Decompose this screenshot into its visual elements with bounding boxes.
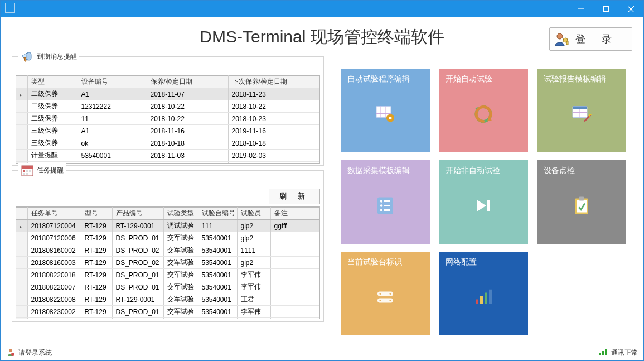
table-cell[interactable]: A1 [78,162,147,165]
table-cell[interactable]: 111 [198,220,237,232]
table-cell[interactable]: DS_PROD_02 [112,257,163,269]
table-cell[interactable]: glp2 [237,220,270,232]
table-cell[interactable]: 53540001 [198,281,237,293]
table-row[interactable]: 三级保养ok2018-10-182018-10-18 [16,137,319,150]
table-cell[interactable]: RT-129 [81,269,112,281]
table-header[interactable]: 设备编号 [78,76,147,88]
table-cell[interactable]: 2018-10-22 [228,100,319,113]
table-row[interactable]: 201808220007RT-129DS_PROD_01交军试验53540001… [16,281,319,293]
table-cell[interactable]: DS_PROD_01 [112,269,163,281]
table-cell[interactable]: RT-129 [81,257,112,269]
window-close-button[interactable] [618,1,643,17]
table-cell[interactable]: 李军伟 [237,306,270,318]
table-cell[interactable]: 交军试验 [163,257,198,269]
table-cell[interactable]: 53540001 [198,257,237,269]
table-cell[interactable]: 运转试验 [163,318,198,320]
row-header[interactable] [16,220,27,232]
table-row[interactable]: 201807120006RT-129DS_PROD_01交军试验53540001… [16,232,319,244]
table-cell[interactable]: 53540001 [198,232,237,244]
reminders-table[interactable]: 类型设备编号保养/检定日期下次保养/检定日期 二级保养A12018-11-072… [16,75,319,164]
table-cell[interactable]: 2018-10-18 [228,137,319,150]
table-cell[interactable]: 53540001 [198,244,237,257]
table-cell[interactable]: 201807120006 [27,232,81,244]
table-cell[interactable] [270,269,319,281]
table-header[interactable]: 试验台编号 [198,208,237,220]
table-cell[interactable]: 二级保养 [27,88,78,100]
table-row[interactable]: 二级保养112018-10-222018-10-23 [16,113,319,125]
row-header[interactable] [16,150,27,162]
table-row[interactable]: 计量提醒535400012018-11-032019-02-03 [16,150,319,162]
table-cell[interactable] [270,257,319,269]
table-header[interactable]: 下次保养/检定日期 [228,76,319,88]
table-cell[interactable]: 2018-10-18 [147,137,228,150]
table-cell[interactable]: 三级保养 [27,137,78,150]
table-cell[interactable]: A1 [78,125,147,137]
table-cell[interactable]: RT-129 [81,306,112,318]
table-cell[interactable]: 2019-02-03 [228,150,319,162]
table-cell[interactable]: DS_PROD_02 [112,244,163,257]
table-cell[interactable]: 53540001 [198,269,237,281]
tile-data-collect-template-edit[interactable]: 数据采集模板编辑 [341,160,430,244]
row-header[interactable] [16,269,27,281]
table-row[interactable]: 201808230002RT-129DS_PROD_01交军试验53540001… [16,306,319,318]
table-cell[interactable]: RT-129-0001 [112,220,163,232]
table-cell[interactable]: 2018-11-07 [147,88,228,100]
table-cell[interactable]: 1000 [112,318,163,320]
table-cell[interactable]: DS_PROD_01 [112,232,163,244]
row-header[interactable] [16,88,27,100]
table-row[interactable]: 201807120004RT-129RT-129-0001调试试验111glp2… [16,220,319,232]
table-cell[interactable] [270,244,319,257]
table-cell[interactable]: A1 [78,88,147,100]
table-cell[interactable]: 53540001 [78,150,147,162]
table-header[interactable]: 类型 [27,76,78,88]
table-cell[interactable] [270,293,319,306]
table-cell[interactable]: RT-129 [81,220,112,232]
table-cell[interactable]: 交军试验 [163,244,198,257]
table-cell[interactable]: ok [78,137,147,150]
table-row[interactable]: 201808220008RT-129RT-129-0001交军试验5354000… [16,293,319,306]
table-cell[interactable]: 二级保养 [27,113,78,125]
tile-report-template-edit[interactable]: 试验报告模板编辑 [537,69,626,152]
row-header[interactable] [16,113,27,125]
table-row[interactable]: 二级保养123122222018-10-222018-10-22 [16,100,319,113]
table-cell[interactable]: 201809060011 [27,318,81,320]
table-cell[interactable]: 2018-10-23 [228,113,319,125]
tile-start-auto-test[interactable]: 开始自动试验 [439,69,528,152]
tasks-table[interactable]: 任务单号型号产品编号试验类型试验台编号试验员备注 201807120004RT-… [16,207,319,319]
table-cell[interactable]: ggfff [270,220,319,232]
table-cell[interactable]: 2018-10-22 [147,100,228,113]
table-row[interactable]: 201808160002RT-129DS_PROD_02交军试验53540001… [16,244,319,257]
table-cell[interactable]: RT-129 [81,244,112,257]
table-cell[interactable]: 12312222 [78,100,147,113]
table-cell[interactable]: 李军伟 [237,269,270,281]
table-cell[interactable]: 李军伟 [237,318,270,320]
table-cell[interactable]: 王君 [237,293,270,306]
table-cell[interactable]: 201808220007 [27,281,81,293]
table-cell[interactable]: 201808220008 [27,293,81,306]
table-cell[interactable]: 11 [78,113,147,125]
table-cell[interactable]: RT-129 [81,293,112,306]
login-button[interactable]: 登 录 [549,27,632,51]
table-cell[interactable] [270,318,319,320]
tile-current-bench-id[interactable]: 当前试验台标识 [341,252,430,335]
table-header[interactable]: 保养/检定日期 [147,76,228,88]
table-header[interactable]: 试验员 [237,208,270,220]
refresh-button[interactable]: 刷 新 [269,189,320,204]
table-cell[interactable]: RT-129 [81,232,112,244]
table-cell[interactable]: 2018-11-23 [228,88,319,100]
row-header[interactable] [16,281,27,293]
table-cell[interactable]: 201807120004 [27,220,81,232]
table-cell[interactable] [270,306,319,318]
table-cell[interactable]: 53540001 [198,306,237,318]
table-cell[interactable]: RT-129 [81,281,112,293]
table-cell[interactable]: glp2 [237,232,270,244]
table-cell[interactable]: RT-129-0001 [112,293,163,306]
table-cell[interactable]: 交军试验 [163,232,198,244]
table-header[interactable]: 试验类型 [163,208,198,220]
table-row[interactable]: 三级保养A12018-11-162019-11-16 [16,125,319,137]
table-cell[interactable]: 交军试验 [163,293,198,306]
table-header[interactable]: 型号 [81,208,112,220]
table-cell[interactable]: DS_PROD_01 [112,281,163,293]
table-cell[interactable]: DS_PROD_01 [112,306,163,318]
table-cell[interactable]: 交军试验 [163,306,198,318]
